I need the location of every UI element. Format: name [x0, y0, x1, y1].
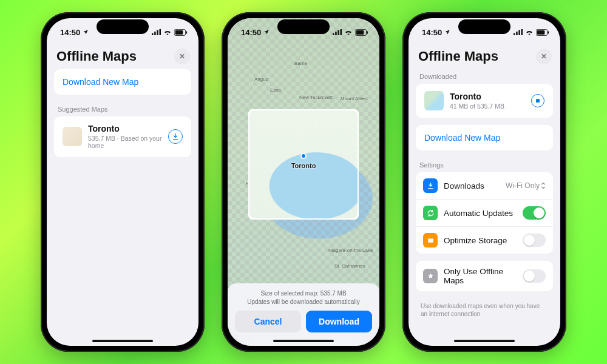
svg-rect-18 [521, 29, 523, 35]
status-time: 14:50 [422, 28, 442, 37]
sheet-header: Offline Maps ✕ [47, 46, 198, 69]
screen-offline-maps-settings: 14:50 Offline Maps ✕ Downloaded Toronto … [409, 18, 560, 346]
svg-rect-15 [514, 33, 515, 35]
downloaded-map-row[interactable]: Toronto 41 MB of 535.7 MB [416, 84, 553, 118]
page-title: Offline Maps [56, 49, 137, 64]
stop-download-button[interactable] [531, 94, 544, 107]
settings-hint: Use downloaded maps even when you have a… [416, 298, 553, 318]
settings-label: Optimize Storage [444, 236, 517, 245]
svg-rect-13 [356, 30, 364, 35]
svg-rect-9 [335, 32, 337, 35]
cellular-icon [333, 29, 342, 35]
dynamic-island [97, 19, 149, 34]
offline-icon [423, 269, 438, 283]
svg-rect-2 [157, 30, 158, 35]
settings-row-optimize-storage: Optimize Storage [416, 227, 553, 254]
close-button[interactable]: ✕ [174, 49, 190, 64]
battery-icon [174, 29, 188, 36]
place-label: Essa [270, 87, 281, 93]
downloaded-map-name: Toronto [450, 92, 525, 102]
wifi-icon [525, 29, 534, 35]
close-button[interactable]: ✕ [536, 49, 552, 64]
svg-rect-3 [160, 29, 161, 35]
download-new-map-button[interactable]: Download New Map [416, 125, 553, 150]
svg-rect-20 [537, 30, 545, 35]
settings-label: Downloads [444, 181, 500, 190]
download-arrow-icon [172, 133, 179, 140]
wifi-icon [344, 29, 353, 35]
download-button[interactable]: Download [306, 311, 372, 332]
download-new-map-label: Download New Map [63, 77, 138, 87]
phone-frame-3: 14:50 Offline Maps ✕ Downloaded Toronto … [402, 12, 566, 352]
selection-box[interactable]: Toronto [248, 109, 359, 220]
home-indicator[interactable] [454, 340, 515, 342]
svg-rect-10 [337, 30, 339, 35]
settings-row-downloads[interactable]: Downloads Wi-Fi Only [416, 172, 553, 200]
screen-offline-maps-start: 14:50 Offline Maps ✕ Download New Map Su… [47, 18, 198, 346]
map-thumbnail [63, 127, 82, 146]
svg-rect-14 [367, 31, 368, 33]
place-label: New Tecumseth [299, 95, 334, 100]
toggle-auto-updates[interactable] [523, 206, 546, 220]
status-time: 14:50 [60, 28, 80, 37]
svg-rect-22 [428, 238, 433, 243]
suggested-map-row[interactable]: Toronto 535.7 MB · Based on your home [54, 116, 191, 157]
cellular-icon [152, 29, 161, 35]
status-time: 14:50 [241, 28, 261, 37]
place-label: Mount Albert [341, 96, 368, 101]
storage-icon [423, 233, 438, 248]
download-icon-button[interactable] [168, 129, 183, 144]
resize-handle-tl[interactable] [248, 109, 256, 116]
place-label: Barrie [294, 61, 307, 66]
screen-map-selection: Barrie Angus Essa New Tecumseth Mount Al… [228, 18, 379, 346]
toggle-optimize-storage[interactable] [523, 234, 546, 247]
section-settings: Settings [416, 158, 553, 172]
svg-rect-8 [333, 33, 334, 35]
location-icon [83, 29, 89, 35]
svg-rect-5 [175, 30, 183, 35]
dynamic-island [458, 19, 510, 34]
suggested-map-name: Toronto [88, 124, 162, 134]
location-icon [444, 29, 450, 35]
download-new-map-button[interactable]: Download New Map [54, 69, 191, 95]
dynamic-island [277, 19, 330, 34]
downloads-icon [423, 178, 438, 193]
downloaded-map-progress: 41 MB of 535.7 MB [450, 103, 525, 110]
svg-rect-21 [548, 31, 549, 33]
home-indicator[interactable] [273, 340, 334, 342]
battery-icon [355, 29, 368, 36]
section-suggested-maps: Suggested Maps [54, 102, 191, 116]
sheet-info-text: Size of selected map: 535.7 MB Updates w… [235, 289, 372, 306]
download-new-map-label: Download New Map [424, 133, 500, 143]
place-label: St. Catharines [334, 263, 365, 269]
settings-label: Automatic Updates [444, 209, 517, 218]
selection-city-label: Toronto [291, 162, 316, 169]
settings-value: Wi-Fi Only [506, 181, 546, 190]
home-indicator[interactable] [92, 340, 153, 342]
place-label: Angus [254, 76, 268, 82]
place-label: Niagara-on-the-Lake [328, 248, 373, 253]
cellular-icon [514, 29, 523, 35]
settings-label: Only Use Offline Maps [444, 267, 517, 285]
download-sheet: Size of selected map: 535.7 MB Updates w… [228, 283, 379, 346]
cancel-button[interactable]: Cancel [235, 311, 301, 332]
phone-frame-1: 14:50 Offline Maps ✕ Download New Map Su… [41, 12, 205, 352]
refresh-icon [423, 206, 438, 220]
toggle-only-offline[interactable] [523, 269, 546, 283]
battery-icon [536, 29, 549, 36]
sheet-header: Offline Maps ✕ [409, 46, 560, 69]
svg-rect-11 [341, 29, 342, 35]
settings-row-only-offline: Only Use Offline Maps [416, 261, 553, 291]
page-title: Offline Maps [418, 49, 498, 64]
user-location-pin [300, 153, 307, 159]
settings-row-auto-updates: Automatic Updates [416, 200, 553, 227]
phone-frame-2: Barrie Angus Essa New Tecumseth Mount Al… [222, 12, 385, 352]
wifi-icon [163, 29, 172, 35]
suggested-map-sub: 535.7 MB · Based on your home [88, 135, 162, 150]
svg-rect-0 [152, 33, 154, 35]
map-thumbnail [424, 91, 444, 110]
location-icon [263, 29, 270, 35]
section-downloaded: Downloaded [416, 69, 553, 84]
svg-rect-17 [518, 30, 520, 35]
svg-rect-16 [516, 32, 518, 35]
